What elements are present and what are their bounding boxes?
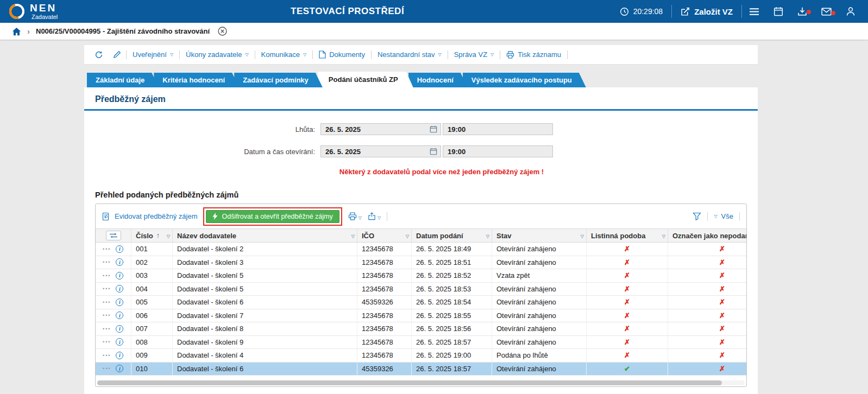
calendar-icon[interactable] bbox=[766, 7, 790, 16]
column-settings-button[interactable] bbox=[106, 231, 121, 240]
record-toolbar: Uveřejnění▽ Úkony zadavatele▽ Komunikace… bbox=[84, 45, 758, 65]
tab-hodnoceni[interactable]: Hodnocení bbox=[408, 73, 468, 87]
opening-time-input[interactable] bbox=[443, 148, 552, 156]
row-menu-icon[interactable]: ••• bbox=[103, 259, 111, 265]
edit-pencil-icon[interactable] bbox=[108, 50, 126, 59]
menu-uverejneni[interactable]: Uveřejnění▽ bbox=[127, 50, 179, 59]
filter-funnel-icon[interactable] bbox=[693, 212, 701, 220]
table-section-title: Přehled podaných předběžných zájmů bbox=[95, 190, 758, 199]
view-filter-all[interactable]: ▽ Vše bbox=[714, 212, 733, 220]
row-info-icon[interactable]: i bbox=[116, 285, 123, 293]
table-row[interactable]: •••i003Dodavatel - školení 51234567826. … bbox=[96, 269, 747, 283]
table-row[interactable]: •••i010Dodavatel - školení 64535932626. … bbox=[96, 363, 747, 376]
row-menu-icon[interactable]: ••• bbox=[103, 326, 111, 332]
tab-podani-ucastniku-zp[interactable]: Podání účastníků ZP bbox=[318, 72, 413, 87]
download-icon[interactable] bbox=[790, 7, 814, 16]
tab-vysledek-zadavaciho-postupu[interactable]: Výsledek zadávacího postupu bbox=[463, 73, 586, 87]
hamburger-menu-icon[interactable] bbox=[742, 8, 766, 16]
calendar-icon[interactable] bbox=[430, 125, 441, 133]
opening-date-field[interactable] bbox=[320, 145, 441, 157]
row-menu-icon[interactable]: ••• bbox=[103, 313, 111, 318]
row-info-icon[interactable]: i bbox=[116, 338, 123, 346]
row-info-icon[interactable]: i bbox=[116, 352, 123, 359]
home-icon[interactable] bbox=[12, 27, 21, 36]
status-text: Podána po lhůtě bbox=[492, 349, 587, 362]
create-vz-button[interactable]: Založit VZ bbox=[672, 0, 741, 23]
tab-zadavaci-podminky[interactable]: Zadávací podmínky bbox=[234, 73, 323, 87]
decrypt-open-button[interactable]: Odšifrovat a otevřít předběžné zájmy bbox=[206, 210, 339, 223]
row-info-icon[interactable]: i bbox=[116, 312, 123, 319]
horizontal-scrollbar[interactable] bbox=[97, 380, 745, 385]
menu-dokumenty[interactable]: Dokumenty bbox=[313, 50, 371, 59]
filter-dropdown-icon[interactable]: ▽ bbox=[486, 234, 489, 239]
filter-dropdown-icon[interactable]: ▽ bbox=[351, 234, 355, 239]
cross-icon: ✗ bbox=[668, 269, 747, 282]
filter-dropdown-icon[interactable]: ▽ bbox=[167, 234, 170, 239]
filter-dropdown-icon[interactable]: ▽ bbox=[662, 234, 665, 239]
table-row[interactable]: •••i005Dodavatel - školení 64535932626. … bbox=[96, 296, 747, 309]
row-info-icon[interactable]: i bbox=[116, 325, 123, 333]
deadline-date-input[interactable] bbox=[321, 125, 430, 134]
row-number: 003 bbox=[131, 269, 173, 282]
row-info-icon[interactable]: i bbox=[116, 245, 123, 253]
chevron-down-icon: ▽ bbox=[170, 53, 173, 57]
deadline-time-field[interactable] bbox=[443, 123, 553, 135]
table-row[interactable]: •••i002Dodavatel - školení 31234567826. … bbox=[96, 256, 747, 270]
row-info-icon[interactable]: i bbox=[116, 258, 123, 266]
column-header-stav[interactable]: Stav ▽ bbox=[492, 229, 587, 242]
register-interest-button[interactable]: Evidovat předběžný zájem bbox=[102, 212, 197, 221]
row-menu-icon[interactable]: ••• bbox=[103, 353, 111, 358]
app-brand[interactable]: NEN Zadavatel bbox=[0, 3, 58, 20]
column-header-oznacen-jako-nepodany[interactable]: Označen jako nepodaný bbox=[668, 229, 747, 242]
deadline-date-field[interactable] bbox=[320, 123, 441, 135]
row-info-icon[interactable]: i bbox=[116, 272, 123, 279]
table-row[interactable]: •••i001Dodavatel - školení 21234567826. … bbox=[96, 243, 747, 256]
menu-komunikace[interactable]: Komunikace▽ bbox=[255, 50, 313, 59]
row-info-icon[interactable]: i bbox=[116, 365, 123, 372]
row-number: 005 bbox=[131, 296, 173, 309]
row-menu-icon[interactable]: ••• bbox=[103, 339, 111, 345]
column-header-datum-podani[interactable]: Datum podání ▽ bbox=[412, 229, 492, 242]
close-record-icon[interactable] bbox=[218, 27, 227, 36]
menu-ukony-zadavatele[interactable]: Úkony zadavatele▽ bbox=[180, 50, 255, 59]
tab-zakladni-udaje[interactable]: Základní údaje bbox=[87, 73, 159, 87]
row-menu-icon[interactable]: ••• bbox=[103, 300, 111, 305]
column-header-listinna-podoba[interactable]: Listinná podoba ▽ bbox=[587, 229, 668, 242]
ico-value: 12345678 bbox=[357, 283, 412, 296]
row-number: 010 bbox=[131, 363, 173, 376]
table-row[interactable]: •••i004Dodavatel - školení 51234567826. … bbox=[96, 283, 747, 296]
row-menu-icon[interactable]: ••• bbox=[103, 286, 111, 291]
row-info-icon[interactable]: i bbox=[116, 298, 123, 306]
column-header-cislo[interactable]: Číslo ↑ ▽ bbox=[131, 229, 173, 242]
export-button[interactable]: ▽ bbox=[368, 212, 381, 220]
menu-nestandardni-stav[interactable]: Nestandardní stav▽ bbox=[372, 50, 448, 59]
row-actions-cell: •••i bbox=[96, 269, 131, 282]
breadcrumb-record[interactable]: N006/25/V00004995 - Zajištění závodního … bbox=[36, 27, 210, 35]
supplier-name: Dodavatel - školení 7 bbox=[173, 309, 357, 322]
table-row[interactable]: •••i009Dodavatel - školení 41234567826. … bbox=[96, 349, 747, 363]
opening-date-input[interactable] bbox=[321, 148, 430, 156]
table-row[interactable]: •••i007Dodavatel - školení 81234567826. … bbox=[96, 322, 747, 336]
column-header-ico[interactable]: IČO ▽ bbox=[357, 229, 412, 242]
opening-time-field[interactable] bbox=[443, 145, 553, 157]
filter-dropdown-icon[interactable]: ▽ bbox=[406, 234, 409, 239]
menu-tisk-zaznamu[interactable]: Tisk záznamu bbox=[500, 50, 567, 59]
filter-dropdown-icon[interactable]: ▽ bbox=[581, 234, 584, 239]
history-undo-icon[interactable] bbox=[90, 50, 108, 59]
tab-kriteria-hodnoceni[interactable]: Kritéria hodnocení bbox=[154, 73, 239, 87]
calendar-icon[interactable] bbox=[430, 148, 441, 155]
row-menu-icon[interactable]: ••• bbox=[103, 273, 111, 278]
menu-sprava-vz[interactable]: Správa VZ▽ bbox=[448, 50, 500, 59]
table-row[interactable]: •••i008Dodavatel - školení 91234567826. … bbox=[96, 336, 747, 349]
table-row[interactable]: •••i006Dodavatel - školení 71234567826. … bbox=[96, 309, 747, 323]
cross-icon: ✗ bbox=[668, 243, 747, 256]
deadline-time-input[interactable] bbox=[443, 125, 552, 134]
cross-icon: ✗ bbox=[587, 283, 668, 296]
scrollbar-thumb[interactable] bbox=[97, 380, 722, 385]
user-profile-icon[interactable] bbox=[839, 7, 863, 16]
column-header-nazev-dodavatele[interactable]: Název dodavatele ▽ bbox=[173, 229, 357, 242]
print-table-button[interactable]: ▽ bbox=[348, 212, 362, 220]
row-menu-icon[interactable]: ••• bbox=[103, 366, 111, 371]
mail-icon[interactable] bbox=[814, 8, 839, 16]
row-menu-icon[interactable]: ••• bbox=[103, 246, 111, 252]
